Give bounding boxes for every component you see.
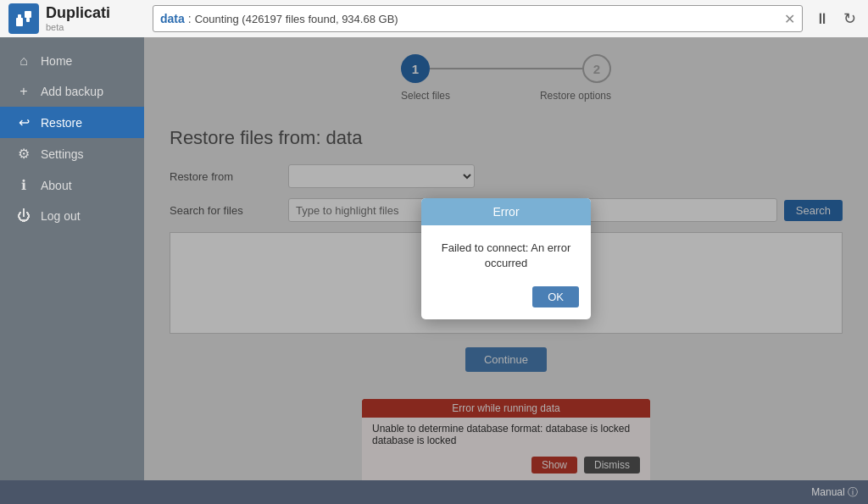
sidebar-label-home: Home — [41, 54, 72, 68]
main-layout: ⌂ Home + Add backup ↩ Restore ⚙ Settings… — [0, 37, 868, 480]
sidebar-item-home[interactable]: ⌂ Home — [0, 46, 144, 76]
search-bar-label: data — [160, 12, 185, 25]
ok-button[interactable]: OK — [532, 286, 579, 307]
home-icon: ⌂ — [15, 53, 32, 69]
app-beta: beta — [46, 22, 110, 32]
logo-icon — [8, 3, 39, 34]
sidebar-label-settings: Settings — [41, 147, 84, 161]
svg-rect-2 — [25, 11, 31, 18]
svg-rect-0 — [16, 18, 23, 26]
status-bar: Manual ⓘ — [0, 480, 868, 504]
restore-icon: ↩ — [15, 114, 32, 130]
modal-body: Failed to connect: An error occurred — [421, 225, 591, 283]
svg-rect-1 — [18, 14, 21, 19]
app-logo: Duplicati beta — [8, 3, 144, 34]
error-modal: Error Failed to connect: An error occurr… — [421, 198, 591, 319]
sidebar-item-logout[interactable]: ⏻ Log out — [0, 201, 144, 231]
search-bar: data : Counting (426197 files found, 934… — [153, 5, 803, 32]
app-name: Duplicati — [46, 5, 110, 22]
sidebar-label-logout: Log out — [41, 209, 81, 223]
modal-header: Error — [421, 198, 591, 225]
sidebar-item-restore[interactable]: ↩ Restore — [0, 107, 144, 138]
content-area: 1 2 Select files Restore options Restore… — [144, 37, 868, 480]
info-icon: ℹ — [15, 177, 32, 193]
top-bar: Duplicati beta data : Counting (426197 f… — [0, 0, 868, 37]
top-bar-actions: ⏸ ↻ — [811, 8, 860, 30]
logout-icon: ⏻ — [15, 208, 32, 224]
pause-icon[interactable]: ⏸ — [811, 8, 833, 30]
modal-overlay: Error Failed to connect: An error occurr… — [144, 37, 868, 480]
search-bar-text: Counting (426197 files found, 934.68 GB) — [195, 13, 781, 25]
sidebar-item-add-backup[interactable]: + Add backup — [0, 76, 144, 107]
refresh-icon[interactable]: ↻ — [840, 8, 860, 30]
settings-icon: ⚙ — [15, 146, 32, 162]
sidebar-label-restore: Restore — [41, 116, 82, 130]
sidebar: ⌂ Home + Add backup ↩ Restore ⚙ Settings… — [0, 37, 144, 480]
app-title-block: Duplicati beta — [46, 5, 110, 32]
svg-rect-3 — [26, 18, 30, 22]
sidebar-item-settings[interactable]: ⚙ Settings — [0, 138, 144, 169]
modal-footer: OK — [421, 283, 591, 319]
sidebar-label-add-backup: Add backup — [41, 85, 103, 98]
add-icon: + — [15, 84, 32, 99]
close-icon[interactable]: ✕ — [784, 11, 795, 27]
sidebar-label-about: About — [41, 179, 72, 192]
sidebar-item-about[interactable]: ℹ About — [0, 169, 144, 201]
status-text: Manual ⓘ — [811, 485, 858, 500]
search-bar-sep: : — [188, 12, 192, 25]
